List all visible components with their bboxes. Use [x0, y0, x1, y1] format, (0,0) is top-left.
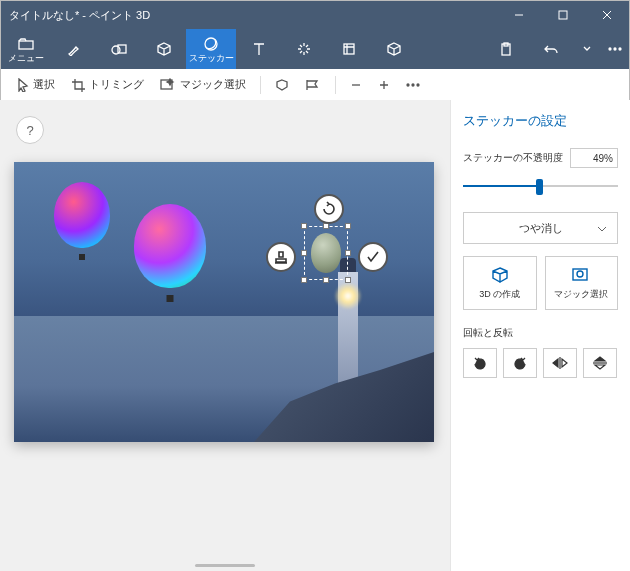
- effects-tab[interactable]: [281, 29, 326, 69]
- crop-icon: [71, 78, 85, 92]
- sidebar-title: ステッカーの設定: [463, 112, 618, 130]
- magic-select-icon: [571, 266, 591, 284]
- flag-icon: [305, 79, 321, 91]
- toolbar-more[interactable]: [402, 69, 424, 100]
- flip-horizontal-button[interactable]: [543, 348, 577, 378]
- cube-icon: [157, 41, 171, 57]
- resize-handle[interactable]: [301, 223, 307, 229]
- rotate-button[interactable]: [314, 194, 344, 224]
- magic-label: マジック選択: [180, 77, 246, 92]
- chevron-down-icon: [597, 222, 607, 234]
- rotate-cw-icon: [512, 356, 528, 370]
- menu-button[interactable]: メニュー: [1, 29, 51, 69]
- opacity-slider[interactable]: [463, 174, 618, 198]
- svg-point-13: [412, 84, 414, 86]
- maximize-button[interactable]: [541, 1, 585, 29]
- overflow-button[interactable]: [601, 41, 629, 57]
- light-beam: [334, 282, 362, 310]
- finish-label: つや消し: [519, 221, 563, 236]
- undo-button[interactable]: [528, 41, 573, 57]
- canvas-icon: [342, 41, 356, 57]
- close-button[interactable]: [585, 1, 629, 29]
- balloon-1: [54, 182, 110, 248]
- trimming-label: トリミング: [89, 77, 144, 92]
- stamp-button[interactable]: [266, 242, 296, 272]
- canvas-area[interactable]: ?: [0, 100, 450, 571]
- select-label: 選択: [33, 77, 55, 92]
- finish-dropdown[interactable]: つや消し: [463, 212, 618, 244]
- menu-label: メニュー: [8, 54, 44, 63]
- rotate-ccw-button[interactable]: [463, 348, 497, 378]
- 2d-shapes-tab[interactable]: [96, 29, 141, 69]
- resize-handle[interactable]: [301, 277, 307, 283]
- brushes-tab[interactable]: [51, 29, 96, 69]
- svg-rect-1: [19, 41, 33, 49]
- resize-handle[interactable]: [345, 277, 351, 283]
- stamp-icon: [273, 249, 289, 265]
- canvas-tab[interactable]: [326, 29, 371, 69]
- svg-point-16: [577, 271, 583, 277]
- svg-point-14: [417, 84, 419, 86]
- make-3d-label: 3D の作成: [479, 288, 520, 301]
- more-dropdown[interactable]: [573, 41, 601, 57]
- sticker-selection[interactable]: [304, 226, 348, 280]
- chevron-down-icon: [583, 41, 591, 57]
- resize-handle[interactable]: [323, 277, 329, 283]
- balloon-2: [134, 204, 206, 288]
- canvas[interactable]: [14, 162, 434, 442]
- rotate-cw-button[interactable]: [503, 348, 537, 378]
- mixed-reality-button[interactable]: [301, 69, 325, 100]
- 3d-library-tab[interactable]: [371, 29, 416, 69]
- help-button[interactable]: ?: [16, 116, 44, 144]
- rotate-icon: [321, 201, 337, 217]
- commit-button[interactable]: [358, 242, 388, 272]
- svg-rect-5: [344, 44, 354, 54]
- stickers-label: ステッカー: [189, 54, 234, 63]
- text-tab[interactable]: [236, 29, 281, 69]
- zoom-in-button[interactable]: [374, 69, 394, 100]
- check-icon: [365, 249, 381, 265]
- scroll-indicator[interactable]: [195, 564, 255, 567]
- plus-icon: [378, 79, 390, 91]
- minimize-button[interactable]: [497, 1, 541, 29]
- view-3d-button[interactable]: [271, 69, 293, 100]
- magic-select-button[interactable]: マジック選択: [545, 256, 619, 310]
- resize-handle[interactable]: [345, 250, 351, 256]
- make-3d-button[interactable]: 3D の作成: [463, 256, 537, 310]
- folder-icon: [18, 36, 34, 52]
- flip-h-icon: [552, 356, 568, 370]
- svg-point-12: [407, 84, 409, 86]
- resize-handle[interactable]: [345, 223, 351, 229]
- window-title: タイトルなし* - ペイント 3D: [9, 8, 497, 23]
- resize-handle[interactable]: [301, 250, 307, 256]
- svg-point-9: [614, 48, 616, 50]
- sidebar: ステッカーの設定 ステッカーの不透明度 49% つや消し 3D の作成 マジック…: [450, 100, 630, 571]
- svg-point-10: [619, 48, 621, 50]
- rotate-flip-label: 回転と反転: [463, 326, 618, 340]
- crop-tool[interactable]: トリミング: [67, 69, 148, 100]
- flip-vertical-button[interactable]: [583, 348, 617, 378]
- magic-icon: [160, 78, 176, 92]
- sticker-icon: [204, 36, 218, 52]
- text-icon: [253, 41, 265, 57]
- paste-icon: [500, 41, 512, 57]
- dots-icon: [608, 41, 622, 57]
- zoom-out-button[interactable]: [346, 69, 366, 100]
- cube-small-icon: [275, 78, 289, 92]
- magic-select-card-label: マジック選択: [554, 288, 608, 301]
- shapes2d-icon: [111, 41, 127, 57]
- minus-icon: [350, 79, 362, 91]
- magic-select-tool[interactable]: マジック選択: [156, 69, 250, 100]
- 3d-shapes-tab[interactable]: [141, 29, 186, 69]
- slider-fill: [463, 185, 539, 187]
- dots-icon: [406, 83, 420, 87]
- cursor-icon: [17, 78, 29, 92]
- opacity-label: ステッカーの不透明度: [463, 151, 563, 165]
- svg-rect-0: [559, 11, 567, 19]
- divider: [335, 76, 336, 94]
- opacity-value[interactable]: 49%: [570, 148, 618, 168]
- paste-button[interactable]: [483, 41, 528, 57]
- slider-thumb[interactable]: [536, 179, 543, 195]
- stickers-tab[interactable]: ステッカー: [186, 29, 236, 69]
- select-tool[interactable]: 選択: [13, 69, 59, 100]
